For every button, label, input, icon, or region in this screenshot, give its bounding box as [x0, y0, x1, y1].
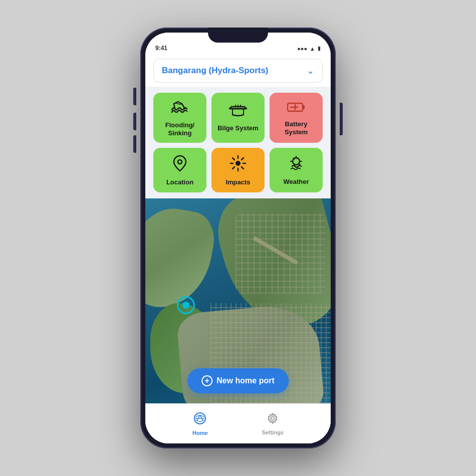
wifi-icon: ▲ [310, 46, 315, 52]
nav-settings[interactable]: Settings [262, 412, 284, 435]
vessel-name: Bangarang (Hydra-Sports) [162, 66, 269, 76]
status-time: 9:41 [155, 45, 167, 52]
status-icons: ●●● ▲ ▮ [297, 45, 321, 52]
grid-container: Flooding/Sinking Bilge System [153, 93, 323, 192]
map-background: + New home port [145, 198, 331, 403]
vessel-dropdown[interactable]: Bangarang (Hydra-Sports) ⌄ [153, 59, 323, 83]
home-icon [193, 412, 206, 428]
location-icon [173, 155, 187, 174]
bilge-label: Bilge System [217, 124, 259, 132]
flooding-label: Flooding/Sinking [165, 121, 194, 137]
flooding-icon [171, 100, 189, 117]
notch [208, 28, 268, 43]
phone-frame: 9:41 ●●● ▲ ▮ Bangarang (Hydra-Sports) ⌄ [140, 28, 336, 448]
bottom-navigation: Home Settings [145, 403, 331, 443]
location-label: Location [166, 178, 193, 186]
map-view[interactable]: + New home port [145, 198, 331, 403]
vessel-location-dot [177, 296, 195, 314]
svg-point-10 [271, 416, 275, 420]
nav-settings-label: Settings [262, 429, 284, 435]
location-dot-ring [177, 296, 195, 314]
bilge-card[interactable]: Bilge System [211, 93, 265, 143]
impacts-icon [229, 155, 247, 174]
svg-rect-1 [303, 105, 305, 109]
weather-icon [287, 155, 305, 174]
location-dot-center [182, 302, 189, 309]
status-grid: Flooding/Sinking Bilge System [145, 87, 331, 198]
impacts-card[interactable]: Impacts [211, 148, 265, 192]
battery-label: Battery System [275, 120, 318, 136]
bilge-icon [228, 105, 248, 120]
new-home-port-label: New home port [216, 376, 275, 385]
new-home-port-button[interactable]: + New home port [187, 368, 289, 393]
weather-label: Weather [283, 178, 309, 186]
nav-home[interactable]: Home [192, 412, 208, 436]
battery-card[interactable]: Battery System [270, 93, 323, 143]
location-card[interactable]: Location [153, 148, 206, 192]
battery-indicator: ▮ [318, 45, 321, 52]
weather-card[interactable]: Weather [270, 148, 323, 192]
signal-icon: ●●● [297, 46, 307, 52]
nav-home-label: Home [192, 430, 208, 436]
svg-point-6 [235, 161, 241, 166]
battery-icon [287, 101, 305, 116]
phone-screen: 9:41 ●●● ▲ ▮ Bangarang (Hydra-Sports) ⌄ [145, 33, 331, 443]
impacts-label: Impacts [225, 178, 250, 186]
svg-point-5 [178, 160, 182, 164]
chevron-down-icon: ⌄ [307, 65, 314, 76]
gear-icon [267, 412, 279, 427]
plus-icon: + [201, 375, 212, 386]
flooding-card[interactable]: Flooding/Sinking [153, 93, 206, 143]
